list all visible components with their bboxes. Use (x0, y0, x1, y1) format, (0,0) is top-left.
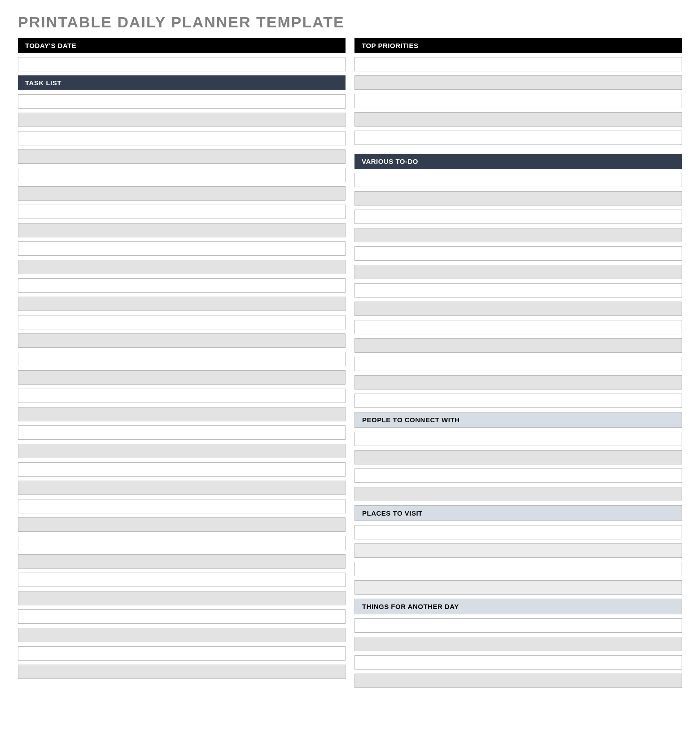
task-row[interactable] (18, 554, 346, 569)
task-row[interactable] (18, 223, 346, 237)
places-visit-header: PLACES TO VISIT (354, 505, 682, 521)
another-day-row[interactable] (354, 637, 682, 651)
top-priorities-header: TOP PRIORITIES (354, 38, 682, 53)
todo-row[interactable] (354, 338, 682, 353)
task-row[interactable] (18, 205, 346, 219)
todo-row[interactable] (354, 265, 682, 279)
priority-row[interactable] (354, 94, 682, 108)
people-connect-header: PEOPLE TO CONNECT WITH (354, 412, 682, 428)
another-day-row[interactable] (354, 655, 682, 670)
task-row[interactable] (18, 462, 346, 477)
priority-row[interactable] (354, 57, 682, 71)
another-day-row[interactable] (354, 618, 682, 633)
task-row[interactable] (18, 370, 346, 385)
task-row[interactable] (18, 241, 346, 256)
todo-row[interactable] (354, 191, 682, 206)
right-column: TOP PRIORITIES VARIOUS TO-DO PEOPLE TO C… (354, 38, 682, 688)
todo-row[interactable] (354, 302, 682, 316)
priority-row[interactable] (354, 112, 682, 127)
task-row[interactable] (18, 297, 346, 311)
task-row[interactable] (18, 407, 346, 421)
priority-row[interactable] (354, 75, 682, 90)
task-row[interactable] (18, 517, 346, 532)
spacer (354, 149, 682, 150)
priority-row[interactable] (354, 131, 682, 145)
another-day-row[interactable] (354, 674, 682, 688)
places-row[interactable] (354, 543, 682, 558)
task-row[interactable] (18, 609, 346, 624)
people-row[interactable] (354, 468, 682, 483)
todo-row[interactable] (354, 357, 682, 371)
task-row[interactable] (18, 149, 346, 164)
task-row[interactable] (18, 260, 346, 274)
task-row[interactable] (18, 646, 346, 661)
task-row[interactable] (18, 628, 346, 642)
task-row[interactable] (18, 168, 346, 182)
places-row[interactable] (354, 580, 682, 595)
task-row[interactable] (18, 315, 346, 329)
task-row[interactable] (18, 425, 346, 440)
task-row[interactable] (18, 665, 346, 679)
places-row[interactable] (354, 525, 682, 539)
page-title: PRINTABLE DAILY PLANNER TEMPLATE (18, 13, 682, 31)
task-row[interactable] (18, 536, 346, 550)
todo-row[interactable] (354, 283, 682, 298)
people-row[interactable] (354, 487, 682, 501)
task-row[interactable] (18, 186, 346, 201)
todo-row[interactable] (354, 375, 682, 390)
todo-row[interactable] (354, 173, 682, 187)
task-row[interactable] (18, 591, 346, 605)
task-row[interactable] (18, 333, 346, 348)
left-column: TODAY'S DATE TASK LIST (18, 38, 346, 688)
people-row[interactable] (354, 450, 682, 464)
things-another-day-header: THINGS FOR ANOTHER DAY (354, 599, 682, 614)
task-row[interactable] (18, 499, 346, 513)
todo-row[interactable] (354, 246, 682, 261)
task-row[interactable] (18, 94, 346, 109)
task-row[interactable] (18, 131, 346, 145)
places-row[interactable] (354, 562, 682, 576)
todays-date-header: TODAY'S DATE (18, 38, 346, 53)
task-row[interactable] (18, 573, 346, 587)
todo-row[interactable] (354, 228, 682, 242)
task-row[interactable] (18, 278, 346, 293)
various-todo-header: VARIOUS TO-DO (354, 154, 682, 169)
todo-row[interactable] (354, 320, 682, 334)
task-row[interactable] (18, 444, 346, 458)
people-row[interactable] (354, 432, 682, 446)
task-row[interactable] (18, 352, 346, 366)
task-row[interactable] (18, 113, 346, 127)
task-list-header: TASK LIST (18, 75, 346, 90)
task-row[interactable] (18, 481, 346, 495)
todays-date-row[interactable] (18, 57, 346, 71)
todo-row[interactable] (354, 210, 682, 224)
planner-columns: TODAY'S DATE TASK LIST (18, 38, 682, 688)
task-row[interactable] (18, 389, 346, 403)
todo-row[interactable] (354, 394, 682, 408)
